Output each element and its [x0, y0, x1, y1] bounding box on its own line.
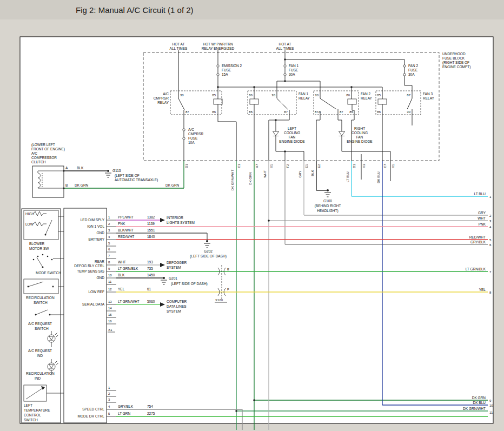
svg-text:DEFOGGER: DEFOGGER	[167, 261, 187, 264]
svg-text:30A: 30A	[408, 72, 415, 76]
tag-dk-blu: DK BLU	[377, 171, 380, 183]
svg-text:CMPRSR: CMPRSR	[188, 132, 203, 136]
svg-text:LEFT: LEFT	[288, 127, 296, 130]
svg-text:30: 30	[271, 94, 275, 97]
svg-text:86: 86	[377, 110, 381, 114]
svg-text:DK GRN/WHT: DK GRN/WHT	[463, 407, 486, 410]
svg-text:GRY/BLK: GRY/BLK	[118, 405, 134, 408]
svg-text:A/C REQUEST: A/C REQUEST	[28, 349, 52, 353]
svg-text:RECIRCULATION: RECIRCULATION	[26, 296, 55, 300]
connector-h7: H7	[255, 164, 258, 168]
svg-text:REAR: REAR	[95, 260, 104, 263]
svg-text:1139: 1139	[147, 222, 155, 226]
svg-text:COMPRESSOR: COMPRESSOR	[31, 156, 57, 160]
svg-text:30: 30	[407, 110, 410, 114]
ac-cmprsr-relay-label: A/C	[163, 92, 169, 96]
svg-text:DK BLU: DK BLU	[473, 401, 486, 405]
svg-text:G100: G100	[323, 199, 332, 203]
svg-text:HEADLIGHT): HEADLIGHT)	[317, 209, 338, 213]
svg-text:85: 85	[212, 94, 216, 97]
svg-text:87A: 87A	[315, 110, 321, 114]
svg-text:MODE SWITCH: MODE SWITCH	[36, 271, 61, 275]
connector-d1: D1	[185, 164, 188, 168]
svg-text:87: 87	[340, 110, 343, 114]
wiring-diagram: Fig 2: Manual A/C Circuit (1 of 2)	[0, 0, 504, 431]
fan2-fuse-label: FAN 2	[408, 64, 418, 68]
svg-text:X120: X120	[215, 299, 223, 302]
svg-text:(LOWER LEFT: (LOWER LEFT	[31, 143, 55, 147]
feed-hot-1: HOT AT	[173, 42, 185, 46]
svg-text:FUSE BLOCK: FUSE BLOCK	[442, 56, 465, 60]
connector-x3: X3	[362, 164, 366, 168]
svg-text:10: 10	[108, 274, 112, 277]
terminal-b: B	[65, 183, 68, 187]
svg-text:(LEFT SIDE OF: (LEFT SIDE OF	[115, 174, 140, 178]
fan2-relay-label: FAN 2	[361, 92, 370, 96]
svg-text:G202: G202	[204, 249, 213, 253]
svg-text:FAN: FAN	[289, 135, 296, 139]
svg-text:85: 85	[249, 110, 253, 114]
svg-text:GND: GND	[97, 231, 105, 235]
svg-text:LT GRN: LT GRN	[118, 412, 131, 415]
svg-text:(RIGHT SIDE OF: (RIGHT SIDE OF	[442, 61, 469, 65]
svg-text:GND: GND	[97, 276, 105, 280]
svg-text:85: 85	[349, 110, 353, 114]
svg-text:RELAY: RELAY	[361, 96, 372, 100]
svg-text:DATA LINES: DATA LINES	[167, 304, 187, 308]
svg-text:AUTOMATIC TRANSAXLE): AUTOMATIC TRANSAXLE)	[115, 178, 158, 182]
svg-text:GRY/BLK: GRY/BLK	[470, 240, 486, 244]
svg-text:GRY: GRY	[478, 211, 486, 215]
svg-text:MOTOR SW: MOTOR SW	[29, 247, 49, 250]
svg-text:SYSTEM: SYSTEM	[167, 309, 181, 313]
svg-text:LT GRN/BLK: LT GRN/BLK	[118, 267, 138, 270]
svg-text:BLOWER: BLOWER	[29, 242, 44, 246]
svg-text:10: 10	[489, 404, 493, 407]
svg-text:DK GRN: DK GRN	[472, 396, 486, 400]
connector-f: F	[227, 288, 229, 291]
svg-text:WHT: WHT	[478, 216, 486, 220]
svg-text:HIGH: HIGH	[25, 212, 35, 216]
fan1-fuse-label: FAN 1	[289, 64, 299, 68]
svg-text:CLUTCH: CLUTCH	[31, 160, 46, 164]
svg-text:SWITCH: SWITCH	[24, 418, 38, 422]
svg-text:G201: G201	[169, 276, 177, 280]
svg-text:2275: 2275	[147, 412, 155, 415]
svg-text:5060: 5060	[147, 300, 155, 303]
fuse-block-label: UNDERHOOD	[442, 52, 466, 56]
wire-a-color: BLK	[77, 166, 84, 170]
svg-text:FUSE: FUSE	[408, 68, 418, 72]
svg-text:INTERIOR: INTERIOR	[167, 216, 183, 220]
connector-e1: E1	[305, 164, 308, 168]
svg-text:PNK: PNK	[118, 222, 125, 226]
svg-text:ALL TIMES: ALL TIMES	[276, 47, 295, 50]
svg-text:FRONT OF ENGINE): FRONT OF ENGINE)	[31, 147, 65, 151]
svg-text:LOW: LOW	[25, 222, 34, 226]
connector-f2: F2	[286, 164, 289, 168]
svg-text:LIGHTS SYSTEM: LIGHTS SYSTEM	[167, 221, 195, 224]
diagram-panel	[20, 37, 493, 423]
svg-text:RELAY: RELAY	[299, 96, 310, 100]
svg-text:LT GRN/WHT: LT GRN/WHT	[118, 300, 140, 303]
svg-text:RED/WHT: RED/WHT	[118, 235, 134, 238]
svg-text:LEFT: LEFT	[24, 403, 32, 407]
svg-text:FUSE: FUSE	[222, 68, 231, 72]
tag-lt-blu: LT BLU	[346, 171, 349, 182]
svg-text:RECIRCULATION: RECIRCULATION	[26, 372, 55, 375]
svg-text:87: 87	[185, 110, 189, 114]
svg-text:YEL: YEL	[118, 287, 125, 291]
svg-text:CMPRSR: CMPRSR	[154, 96, 169, 100]
svg-text:FAN: FAN	[356, 135, 363, 139]
connector-x1-b: X1	[392, 164, 395, 168]
svg-text:86: 86	[249, 94, 253, 97]
svg-text:LED DIM SPLY: LED DIM SPLY	[81, 218, 105, 222]
svg-text:IND: IND	[35, 376, 41, 380]
svg-text:SPEED CTRL: SPEED CTRL	[82, 407, 104, 411]
svg-text:RED/WHT: RED/WHT	[469, 235, 486, 239]
connector-x1-a: X1	[270, 164, 273, 168]
svg-text:1450: 1450	[147, 273, 155, 277]
connector-e: E	[227, 268, 229, 271]
feed-hot-3: HOT AT	[279, 42, 291, 46]
feed-hot-2: HOT W/ PWR/TRN	[203, 42, 233, 46]
svg-text:WHT: WHT	[118, 260, 126, 264]
svg-text:BLK: BLK	[118, 273, 125, 277]
